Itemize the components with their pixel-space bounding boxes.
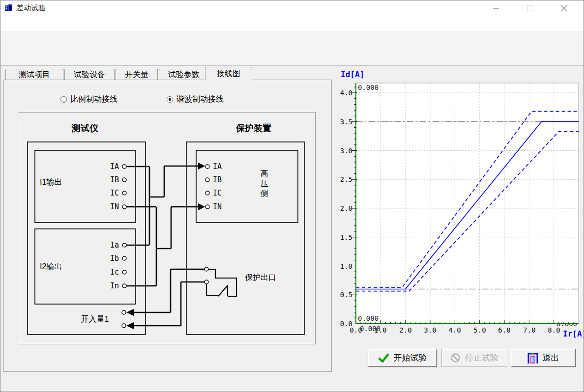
right-device-title: 保护装置 (235, 123, 271, 133)
tab-test-parameters[interactable]: 试验参数 (159, 69, 209, 80)
svg-text:5.0: 5.0 (473, 326, 486, 334)
svg-text:6.0: 6.0 (498, 326, 510, 334)
binary-input-label: 开入量1 (81, 315, 109, 323)
plot-area (356, 83, 579, 324)
y-axis-title: Id[A] (341, 70, 364, 79)
chart-overlay-top-left: 0.000 (358, 84, 379, 91)
svg-text:2.0: 2.0 (399, 326, 411, 334)
close-button[interactable] (555, 2, 572, 14)
app-window: 差动试验 系 统(S) 试验参数(P) 试验报告(R) 工 具(T) 帮 助(H… (0, 0, 584, 392)
terminal-label: IA (110, 162, 119, 171)
svg-text:3.0: 3.0 (340, 147, 352, 155)
title-bar: 差动试验 (0, 0, 584, 15)
stop-icon (450, 353, 461, 363)
hv-side-label-char: 压 (261, 179, 268, 188)
chart-overlay-origin-upper: 0.000 (358, 314, 379, 322)
svg-text:2.5: 2.5 (340, 175, 352, 183)
svg-text:0.5: 0.5 (340, 291, 352, 299)
hv-side-label-char: 侧 (260, 189, 268, 197)
svg-text:1.5: 1.5 (340, 233, 352, 241)
svg-text:3.0: 3.0 (424, 326, 436, 334)
exit-door-icon (527, 352, 538, 364)
chart-overlay-origin-lower: 0.000 (360, 325, 380, 333)
check-icon (378, 353, 389, 363)
exit-button[interactable]: 退出 (511, 349, 576, 367)
minimize-icon (492, 4, 500, 13)
i1-output-label: I1输出 (40, 178, 62, 186)
terminal-label: IC (110, 189, 119, 197)
stop-test-button: 停止试验 (441, 349, 507, 367)
minimize-button[interactable] (488, 2, 504, 14)
tab-switch-quantity[interactable]: 开关量 (116, 69, 158, 80)
svg-text:1.0: 1.0 (340, 262, 352, 270)
terminal-label: IB (110, 175, 119, 184)
hv-side-label-char: 高 (261, 169, 268, 178)
svg-text:8.0: 8.0 (548, 326, 560, 334)
radio-harmonic-braking[interactable]: 谐波制动接线 (167, 94, 224, 105)
terminal-label: IB (213, 175, 222, 184)
toolbar: 打开参数 保存参数 D 缺省参数 (0, 32, 584, 66)
left-device-title: 测试仪 (71, 123, 99, 133)
maximize-icon (526, 4, 535, 13)
svg-text:4.0: 4.0 (340, 89, 352, 97)
terminal-label: IC (213, 189, 222, 197)
terminal-label: In (110, 281, 119, 290)
protection-output-label: 保护出口 (245, 273, 276, 281)
terminal-label: IN (110, 202, 119, 211)
terminal-label: Ic (110, 268, 119, 277)
wiring-diagram: 测试仪 保护装置 I1输出 I2输出 IA IB IC IN Ia Ib Ic … (18, 112, 316, 344)
tab-test-items[interactable]: 测试项目 (5, 69, 63, 80)
radio-ratio-braking[interactable]: 比例制动接线 (60, 94, 117, 105)
status-bar: 设备连接断开 (0, 374, 584, 392)
terminal-label: IN (213, 202, 222, 211)
tab-test-equipment[interactable]: 试验设备 (64, 69, 115, 80)
close-icon (559, 3, 569, 13)
menu-bar: 系 统(S) 试验参数(P) 试验报告(R) 工 具(T) 帮 助(H) (0, 15, 584, 32)
x-axis-title: Ir[A] (563, 329, 584, 338)
window-title: 差动试验 (16, 3, 46, 13)
terminal-label: Ia (110, 241, 119, 250)
x-tick-labels: 0.0 1.0 2.0 3.0 4.0 5.0 6.0 7.0 8.0 (350, 326, 560, 334)
terminal-label: IA (213, 162, 222, 171)
svg-text:4.0: 4.0 (448, 326, 461, 334)
maximize-button[interactable] (522, 2, 539, 14)
tab-wiring-diagram[interactable]: 接线图 (205, 67, 252, 80)
svg-text:7.0: 7.0 (523, 326, 535, 334)
characteristic-chart: 0.000 4.0 3.5 3.0 2.5 2.0 1.5 1.0 0.5 0.… (334, 67, 584, 345)
y-tick-labels: 4.0 3.5 3.0 2.5 2.0 1.5 1.0 0.5 0.0 (340, 89, 352, 328)
i2-output-label: I2输出 (40, 262, 62, 271)
start-test-button[interactable]: 开始试验 (368, 349, 437, 367)
app-icon (4, 4, 13, 12)
terminal-label: Ib (110, 254, 119, 263)
svg-text:3.5: 3.5 (340, 118, 352, 126)
radio-circle-unselected (60, 96, 67, 103)
svg-text:2.0: 2.0 (340, 204, 352, 212)
radio-circle-selected (167, 96, 173, 103)
